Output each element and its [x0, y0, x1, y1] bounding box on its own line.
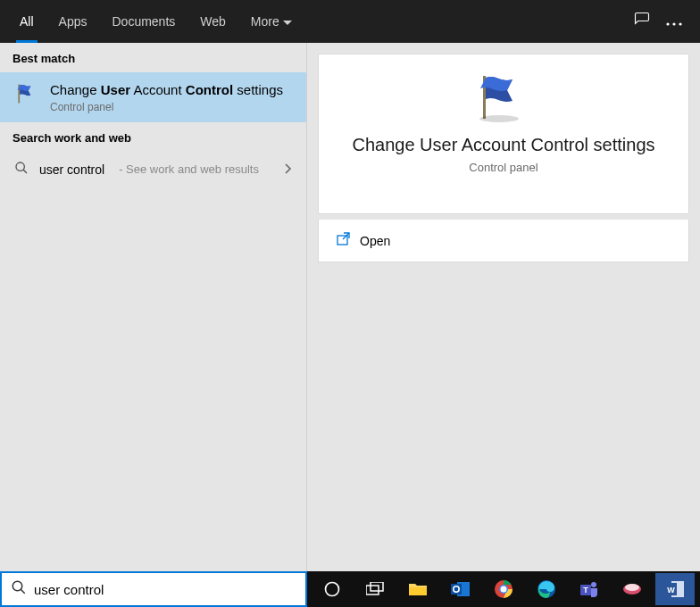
detail-panel: Change User Account Control settings Con…	[307, 43, 700, 571]
edge-icon[interactable]	[527, 573, 566, 605]
work-web-header: Search work and web	[0, 122, 306, 152]
chrome-icon[interactable]	[484, 573, 523, 605]
svg-rect-13	[366, 586, 379, 595]
svg-rect-14	[371, 582, 383, 591]
svg-point-27	[625, 584, 639, 591]
tab-documents[interactable]: Documents	[99, 0, 188, 43]
tab-more-label: More	[251, 14, 279, 29]
taskbar: T W	[307, 571, 700, 607]
chevron-down-icon	[283, 14, 292, 29]
cortana-icon[interactable]	[312, 573, 352, 605]
svg-text:W: W	[667, 586, 675, 595]
web-result[interactable]: user control - See work and web results	[0, 152, 306, 187]
bottom-bar: T W	[0, 571, 700, 607]
tab-web[interactable]: Web	[188, 0, 238, 43]
feedback-icon[interactable]	[634, 12, 650, 31]
top-right-actions	[634, 12, 693, 31]
search-icon	[11, 579, 27, 599]
best-match-result[interactable]: Change User Account Control settings Con…	[0, 72, 306, 122]
tab-all[interactable]: All	[7, 0, 46, 43]
svg-point-10	[12, 581, 22, 591]
chevron-right-icon	[285, 162, 292, 178]
tab-web-label: Web	[200, 14, 226, 29]
svg-point-0	[666, 22, 669, 25]
detail-card: Change User Account Control settings Con…	[318, 54, 689, 214]
svg-rect-15	[409, 587, 427, 595]
snip-icon[interactable]	[612, 573, 652, 605]
flag-icon-large	[319, 71, 688, 128]
result-subtitle: Control panel	[50, 101, 283, 113]
open-action[interactable]: Open	[318, 220, 689, 262]
best-match-header: Best match	[0, 43, 306, 72]
svg-line-5	[23, 170, 27, 173]
svg-point-2	[679, 22, 681, 25]
tab-all-label: All	[20, 14, 34, 29]
svg-point-1	[672, 22, 675, 25]
teams-icon[interactable]: T	[570, 573, 609, 605]
search-input[interactable]	[34, 582, 296, 597]
tab-apps-label: Apps	[59, 14, 88, 29]
svg-text:T: T	[583, 586, 588, 595]
file-explorer-icon[interactable]	[398, 573, 438, 605]
result-title: Change User Account Control settings	[50, 81, 283, 99]
svg-point-12	[326, 583, 339, 596]
web-result-hint: - See work and web results	[119, 162, 259, 176]
svg-point-7	[479, 115, 519, 122]
flag-icon	[14, 81, 39, 110]
task-view-icon[interactable]	[355, 573, 395, 605]
open-label: Open	[360, 234, 390, 248]
results-panel: Best match Change User Account Control s…	[0, 43, 307, 571]
tab-more[interactable]: More	[238, 0, 304, 43]
svg-point-4	[16, 162, 24, 170]
filter-tab-bar: All Apps Documents Web More	[0, 0, 700, 43]
open-icon	[337, 232, 351, 249]
result-text-block: Change User Account Control settings Con…	[50, 81, 283, 113]
filter-tabs: All Apps Documents Web More	[7, 0, 304, 43]
more-options-icon[interactable]	[666, 13, 682, 29]
search-box[interactable]	[0, 571, 307, 607]
word-icon[interactable]: W	[655, 573, 695, 605]
tab-documents-label: Documents	[112, 14, 175, 29]
svg-rect-17	[451, 584, 462, 595]
search-icon	[14, 161, 29, 179]
detail-title: Change User Account Control settings	[319, 135, 688, 155]
outlook-icon[interactable]	[441, 573, 480, 605]
svg-point-25	[591, 582, 596, 587]
web-result-query: user control	[39, 162, 104, 177]
svg-point-21	[501, 586, 507, 593]
tab-apps[interactable]: Apps	[46, 0, 100, 43]
detail-subtitle: Control panel	[319, 161, 688, 174]
svg-line-11	[21, 589, 25, 594]
